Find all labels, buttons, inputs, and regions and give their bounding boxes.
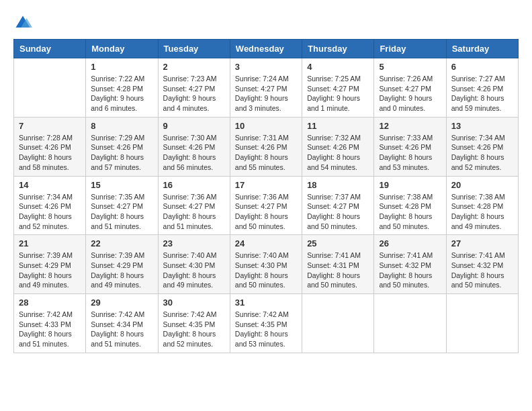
day-info: Sunrise: 7:42 AM Sunset: 4:35 PM Dayligh…	[163, 310, 225, 349]
day-info: Sunrise: 7:24 AM Sunset: 4:27 PM Dayligh…	[235, 74, 297, 113]
day-number: 20	[451, 180, 513, 190]
logo	[13, 13, 35, 32]
day-number: 31	[235, 298, 297, 308]
empty-cell	[302, 294, 374, 353]
calendar-header-row: SundayMondayTuesdayWednesdayThursdayFrid…	[14, 40, 519, 58]
day-number: 1	[91, 62, 152, 72]
day-info: Sunrise: 7:27 AM Sunset: 4:26 PM Dayligh…	[451, 74, 513, 113]
calendar-day-cell: 11Sunrise: 7:32 AM Sunset: 4:26 PM Dayli…	[302, 117, 374, 176]
day-header: Sunday	[14, 40, 86, 58]
day-number: 6	[451, 62, 513, 72]
day-info: Sunrise: 7:42 AM Sunset: 4:34 PM Dayligh…	[91, 310, 152, 349]
day-number: 4	[307, 62, 369, 72]
calendar-day-cell: 23Sunrise: 7:40 AM Sunset: 4:30 PM Dayli…	[158, 235, 230, 294]
day-number: 11	[307, 121, 369, 131]
day-info: Sunrise: 7:29 AM Sunset: 4:26 PM Dayligh…	[91, 133, 152, 173]
day-number: 2	[163, 62, 225, 72]
logo-icon	[13, 13, 32, 32]
day-number: 29	[91, 298, 152, 308]
day-number: 17	[235, 180, 297, 190]
day-info: Sunrise: 7:23 AM Sunset: 4:27 PM Dayligh…	[163, 74, 225, 113]
day-number: 8	[91, 121, 152, 131]
day-info: Sunrise: 7:38 AM Sunset: 4:28 PM Dayligh…	[379, 192, 441, 232]
day-info: Sunrise: 7:28 AM Sunset: 4:26 PM Dayligh…	[19, 133, 81, 173]
calendar-day-cell: 12Sunrise: 7:33 AM Sunset: 4:26 PM Dayli…	[374, 117, 446, 176]
day-number: 27	[451, 238, 513, 248]
day-number: 28	[19, 298, 81, 308]
day-info: Sunrise: 7:41 AM Sunset: 4:31 PM Dayligh…	[307, 250, 369, 290]
day-info: Sunrise: 7:42 AM Sunset: 4:33 PM Dayligh…	[19, 310, 81, 349]
day-number: 22	[91, 238, 152, 248]
day-info: Sunrise: 7:31 AM Sunset: 4:26 PM Dayligh…	[235, 133, 297, 173]
day-info: Sunrise: 7:40 AM Sunset: 4:30 PM Dayligh…	[163, 250, 225, 290]
day-header: Wednesday	[230, 40, 302, 58]
day-number: 15	[91, 180, 152, 190]
empty-cell	[14, 58, 86, 118]
day-info: Sunrise: 7:25 AM Sunset: 4:27 PM Dayligh…	[307, 74, 369, 113]
calendar-day-cell: 25Sunrise: 7:41 AM Sunset: 4:31 PM Dayli…	[302, 235, 374, 294]
calendar-day-cell: 5Sunrise: 7:26 AM Sunset: 4:27 PM Daylig…	[374, 58, 446, 118]
day-info: Sunrise: 7:22 AM Sunset: 4:28 PM Dayligh…	[91, 74, 152, 113]
day-info: Sunrise: 7:34 AM Sunset: 4:26 PM Dayligh…	[19, 192, 81, 232]
day-number: 16	[163, 180, 225, 190]
calendar-day-cell: 15Sunrise: 7:35 AM Sunset: 4:27 PM Dayli…	[86, 176, 158, 235]
day-info: Sunrise: 7:41 AM Sunset: 4:32 PM Dayligh…	[451, 250, 513, 290]
day-info: Sunrise: 7:26 AM Sunset: 4:27 PM Dayligh…	[379, 74, 441, 113]
day-info: Sunrise: 7:37 AM Sunset: 4:27 PM Dayligh…	[307, 192, 369, 232]
calendar-day-cell: 6Sunrise: 7:27 AM Sunset: 4:26 PM Daylig…	[446, 58, 518, 118]
day-info: Sunrise: 7:33 AM Sunset: 4:26 PM Dayligh…	[379, 133, 441, 173]
calendar-day-cell: 19Sunrise: 7:38 AM Sunset: 4:28 PM Dayli…	[374, 176, 446, 235]
calendar-day-cell: 20Sunrise: 7:38 AM Sunset: 4:28 PM Dayli…	[446, 176, 518, 235]
day-number: 14	[19, 180, 81, 190]
calendar-day-cell: 2Sunrise: 7:23 AM Sunset: 4:27 PM Daylig…	[158, 58, 230, 118]
day-number: 3	[235, 62, 297, 72]
calendar-day-cell: 28Sunrise: 7:42 AM Sunset: 4:33 PM Dayli…	[14, 294, 86, 353]
calendar-day-cell: 17Sunrise: 7:36 AM Sunset: 4:27 PM Dayli…	[230, 176, 302, 235]
day-info: Sunrise: 7:42 AM Sunset: 4:35 PM Dayligh…	[235, 310, 297, 349]
day-info: Sunrise: 7:36 AM Sunset: 4:27 PM Dayligh…	[163, 192, 225, 232]
day-number: 24	[235, 238, 297, 248]
day-number: 25	[307, 238, 369, 248]
day-info: Sunrise: 7:38 AM Sunset: 4:28 PM Dayligh…	[451, 192, 513, 232]
calendar-day-cell: 30Sunrise: 7:42 AM Sunset: 4:35 PM Dayli…	[158, 294, 230, 353]
day-info: Sunrise: 7:39 AM Sunset: 4:29 PM Dayligh…	[91, 250, 152, 290]
calendar-day-cell: 10Sunrise: 7:31 AM Sunset: 4:26 PM Dayli…	[230, 117, 302, 176]
day-info: Sunrise: 7:35 AM Sunset: 4:27 PM Dayligh…	[91, 192, 152, 232]
day-number: 13	[451, 121, 513, 131]
day-header: Saturday	[446, 40, 518, 58]
day-number: 10	[235, 121, 297, 131]
calendar-day-cell: 4Sunrise: 7:25 AM Sunset: 4:27 PM Daylig…	[302, 58, 374, 118]
day-number: 26	[379, 238, 441, 248]
day-info: Sunrise: 7:36 AM Sunset: 4:27 PM Dayligh…	[235, 192, 297, 232]
calendar-day-cell: 22Sunrise: 7:39 AM Sunset: 4:29 PM Dayli…	[86, 235, 158, 294]
calendar-day-cell: 3Sunrise: 7:24 AM Sunset: 4:27 PM Daylig…	[230, 58, 302, 118]
calendar-week-row: 7Sunrise: 7:28 AM Sunset: 4:26 PM Daylig…	[14, 117, 519, 176]
calendar-day-cell: 13Sunrise: 7:34 AM Sunset: 4:26 PM Dayli…	[446, 117, 518, 176]
day-header: Monday	[86, 40, 158, 58]
calendar-day-cell: 14Sunrise: 7:34 AM Sunset: 4:26 PM Dayli…	[14, 176, 86, 235]
calendar-day-cell: 27Sunrise: 7:41 AM Sunset: 4:32 PM Dayli…	[446, 235, 518, 294]
calendar-table: SundayMondayTuesdayWednesdayThursdayFrid…	[13, 39, 519, 353]
day-info: Sunrise: 7:39 AM Sunset: 4:29 PM Dayligh…	[19, 250, 81, 290]
day-info: Sunrise: 7:32 AM Sunset: 4:26 PM Dayligh…	[307, 133, 369, 173]
day-number: 18	[307, 180, 369, 190]
calendar-day-cell: 1Sunrise: 7:22 AM Sunset: 4:28 PM Daylig…	[86, 58, 158, 118]
day-info: Sunrise: 7:34 AM Sunset: 4:26 PM Dayligh…	[451, 133, 513, 173]
day-number: 21	[19, 238, 81, 248]
day-number: 19	[379, 180, 441, 190]
calendar-week-row: 14Sunrise: 7:34 AM Sunset: 4:26 PM Dayli…	[14, 176, 519, 235]
calendar-day-cell: 16Sunrise: 7:36 AM Sunset: 4:27 PM Dayli…	[158, 176, 230, 235]
day-number: 9	[163, 121, 225, 131]
day-header: Friday	[374, 40, 446, 58]
calendar-day-cell: 24Sunrise: 7:40 AM Sunset: 4:30 PM Dayli…	[230, 235, 302, 294]
calendar-day-cell: 31Sunrise: 7:42 AM Sunset: 4:35 PM Dayli…	[230, 294, 302, 353]
day-number: 30	[163, 298, 225, 308]
day-info: Sunrise: 7:40 AM Sunset: 4:30 PM Dayligh…	[235, 250, 297, 290]
calendar-day-cell: 7Sunrise: 7:28 AM Sunset: 4:26 PM Daylig…	[14, 117, 86, 176]
calendar-day-cell: 26Sunrise: 7:41 AM Sunset: 4:32 PM Dayli…	[374, 235, 446, 294]
day-number: 5	[379, 62, 441, 72]
empty-cell	[374, 294, 446, 353]
calendar-week-row: 1Sunrise: 7:22 AM Sunset: 4:28 PM Daylig…	[14, 58, 519, 118]
empty-cell	[446, 294, 518, 353]
day-header: Thursday	[302, 40, 374, 58]
